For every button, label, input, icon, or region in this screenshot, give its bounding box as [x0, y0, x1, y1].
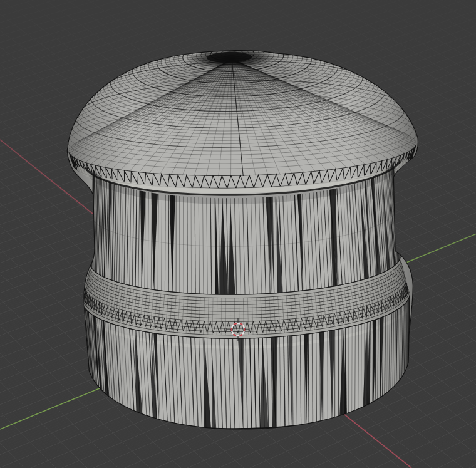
wireframe-mesh-object[interactable]: [57, 28, 430, 445]
side-shading: [57, 36, 429, 445]
3d-viewport[interactable]: [0, 0, 476, 468]
viewport-canvas[interactable]: [0, 0, 476, 468]
